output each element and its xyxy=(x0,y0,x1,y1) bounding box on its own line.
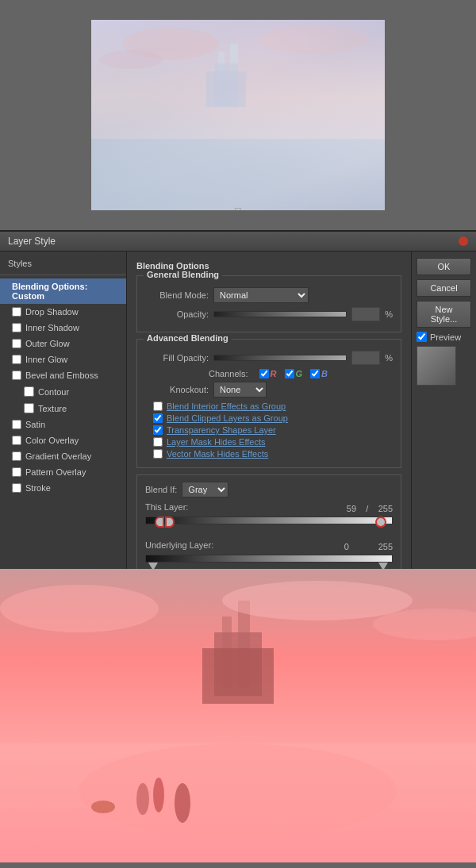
preview-thumbnail xyxy=(416,346,456,386)
layer-mask-checkbox[interactable] xyxy=(153,437,163,447)
opacity-slider[interactable] xyxy=(213,309,347,320)
inner-glow-label: Inner Glow xyxy=(25,355,67,364)
style-item-drop-shadow[interactable]: Drop Shadow xyxy=(0,304,126,320)
channels-row: Channels: R G B xyxy=(145,369,393,378)
advanced-blending-section: Advanced Blending Fill Opacity: 100 % Ch… xyxy=(136,339,401,468)
drop-shadow-checkbox[interactable] xyxy=(12,307,21,317)
channel-b-check[interactable]: B xyxy=(310,369,328,378)
vector-mask-checkbox[interactable] xyxy=(153,449,163,459)
ok-button[interactable]: OK xyxy=(416,258,471,275)
underlying-layer-values: 0 255 xyxy=(344,542,393,551)
knockout-select[interactable]: None Shallow Deep xyxy=(213,382,267,398)
blend-mode-select[interactable]: Normal Multiply Screen Overlay xyxy=(213,287,309,303)
blend-if-select[interactable]: Gray Red Green Blue xyxy=(182,482,228,497)
preview-checkbox[interactable] xyxy=(416,332,427,342)
color-overlay-label: Color Overlay xyxy=(25,436,79,445)
contour-checkbox[interactable] xyxy=(24,386,34,397)
fill-opacity-row: Fill Opacity: 100 % xyxy=(145,351,393,365)
inner-shadow-checkbox[interactable] xyxy=(12,323,21,332)
style-item-pattern-overlay[interactable]: Pattern Overlay xyxy=(0,464,126,480)
style-item-outer-glow[interactable]: Outer Glow xyxy=(0,336,126,351)
fill-opacity-track xyxy=(213,355,347,361)
this-layer-sep: / xyxy=(366,504,368,513)
svg-point-20 xyxy=(153,778,164,812)
this-layer-left-handle-b[interactable] xyxy=(165,517,175,528)
stroke-checkbox[interactable] xyxy=(12,483,21,493)
dialog-close-button[interactable] xyxy=(459,236,468,246)
svg-point-7 xyxy=(258,25,369,54)
inner-glow-checkbox[interactable] xyxy=(12,355,21,364)
new-style-button[interactable]: New Style... xyxy=(416,301,471,328)
channel-r-checkbox[interactable] xyxy=(259,369,269,378)
underlying-left-handle[interactable] xyxy=(148,563,158,569)
svg-point-8 xyxy=(99,50,163,69)
cancel-button[interactable]: Cancel xyxy=(416,279,471,297)
style-item-inner-shadow[interactable]: Inner Shadow xyxy=(0,320,126,336)
texture-checkbox[interactable] xyxy=(24,403,34,413)
fill-opacity-slider[interactable] xyxy=(213,352,347,363)
style-item-contour[interactable]: Contour xyxy=(0,383,126,400)
channel-g-checkbox[interactable] xyxy=(285,369,294,378)
this-layer-label: This Layer: xyxy=(145,502,188,512)
outer-glow-checkbox[interactable] xyxy=(12,339,21,348)
channels-label: Channels: xyxy=(209,369,248,378)
texture-label: Texture xyxy=(38,404,67,413)
blend-interior-label: Blend Interior Effects as Group xyxy=(167,401,286,411)
underlying-layer-label: Underlying Layer: xyxy=(145,540,213,550)
underlying-layer-track xyxy=(145,555,393,563)
fill-opacity-value[interactable]: 100 xyxy=(351,351,380,365)
dialog-body: Styles Blending Options: Custom Drop Sha… xyxy=(0,252,476,569)
transparency-shapes-checkbox[interactable] xyxy=(153,425,163,435)
svg-point-17 xyxy=(222,581,413,620)
channel-r-check[interactable]: R xyxy=(259,369,277,378)
opacity-percent: % xyxy=(385,309,393,319)
style-item-satin[interactable]: Satin xyxy=(0,417,126,432)
advanced-blending-title: Advanced Blending xyxy=(144,333,232,343)
style-item-texture[interactable]: Texture xyxy=(0,400,126,417)
opacity-row: Opacity: 100 % xyxy=(145,307,393,321)
style-item-inner-glow[interactable]: Inner Glow xyxy=(0,351,126,367)
color-overlay-checkbox[interactable] xyxy=(12,436,21,445)
options-panel: Blending Options General Blending Blend … xyxy=(127,252,411,569)
bevel-emboss-checkbox[interactable] xyxy=(12,371,21,380)
blend-clipped-checkbox[interactable] xyxy=(153,413,163,423)
blend-if-row: Blend If: Gray Red Green Blue xyxy=(145,482,393,497)
style-item-stroke[interactable]: Stroke xyxy=(0,480,126,496)
this-layer-left-handle-a[interactable] xyxy=(155,517,164,528)
layer-mask-label: Layer Mask Hides Effects xyxy=(167,437,266,447)
bottom-image-svg xyxy=(0,569,476,862)
pattern-overlay-checkbox[interactable] xyxy=(12,467,21,477)
this-layer-max: 255 xyxy=(378,504,393,513)
transparency-shapes-label: Transparency Shapes Layer xyxy=(167,425,276,435)
blend-interior-checkbox[interactable] xyxy=(153,401,163,411)
fill-opacity-percent: % xyxy=(385,353,393,363)
channel-r-label: R xyxy=(271,369,277,378)
outer-glow-label: Outer Glow xyxy=(25,339,70,348)
gradient-overlay-checkbox[interactable] xyxy=(12,451,21,461)
style-item-blending-options[interactable]: Blending Options: Custom xyxy=(0,278,126,304)
satin-label: Satin xyxy=(25,420,45,429)
svg-point-22 xyxy=(91,801,115,813)
svg-rect-1 xyxy=(91,139,385,210)
style-item-bevel-emboss[interactable]: Bevel and Emboss xyxy=(0,367,126,383)
underlying-right-handle[interactable] xyxy=(378,563,388,569)
styles-panel-header[interactable]: Styles xyxy=(0,255,126,271)
this-layer-min: 59 xyxy=(347,504,356,513)
vector-mask-row: Vector Mask Hides Effects xyxy=(145,449,393,459)
opacity-label: Opacity: xyxy=(145,309,209,319)
opacity-value[interactable]: 100 xyxy=(351,307,380,321)
dialog-titlebar: Layer Style xyxy=(0,232,476,252)
channel-b-checkbox[interactable] xyxy=(310,369,320,378)
transparency-shapes-row: Transparency Shapes Layer xyxy=(145,425,393,435)
blend-if-section: Blend If: Gray Red Green Blue This Layer… xyxy=(136,474,401,569)
contour-label: Contour xyxy=(38,387,69,397)
this-layer-right-handle[interactable] xyxy=(375,517,386,528)
style-item-gradient-overlay[interactable]: Gradient Overlay xyxy=(0,448,126,464)
channel-g-check[interactable]: G xyxy=(285,369,303,378)
this-layer-slider[interactable] xyxy=(145,517,393,534)
underlying-layer-slider[interactable] xyxy=(145,555,393,569)
satin-checkbox[interactable] xyxy=(12,420,21,429)
this-layer-track xyxy=(145,517,393,524)
style-item-color-overlay[interactable]: Color Overlay xyxy=(0,432,126,448)
svg-point-21 xyxy=(175,783,190,823)
